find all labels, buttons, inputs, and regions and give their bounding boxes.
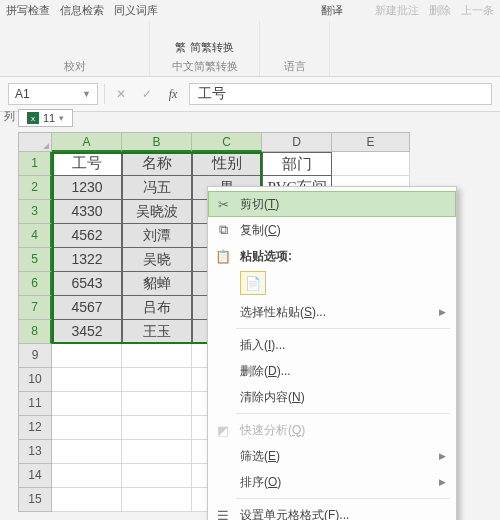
col-header[interactable]: A — [52, 132, 122, 152]
ribbon-group-proofing: 校对 — [64, 59, 86, 74]
cell[interactable] — [52, 488, 122, 512]
row-header[interactable]: 15 — [18, 488, 52, 512]
row-header[interactable]: 4 — [18, 224, 52, 248]
cell[interactable]: 工号 — [52, 152, 122, 176]
clipboard-icon: 📋 — [214, 249, 232, 264]
ctx-paste-special[interactable]: 选择性粘贴(S)...▶ — [208, 299, 456, 325]
menu-translate[interactable]: 翻译 — [321, 3, 343, 18]
row-header[interactable]: 11 — [18, 392, 52, 416]
row-header[interactable]: 3 — [18, 200, 52, 224]
chevron-right-icon: ▶ — [439, 307, 446, 317]
row-header[interactable]: 2 — [18, 176, 52, 200]
row-header[interactable]: 12 — [18, 416, 52, 440]
cell[interactable]: 刘潭 — [122, 224, 192, 248]
cell[interactable]: 吴晓波 — [122, 200, 192, 224]
cell[interactable]: 4562 — [52, 224, 122, 248]
row-header[interactable]: 1 — [18, 152, 52, 176]
cell[interactable]: 名称 — [122, 152, 192, 176]
context-menu: ✂剪切(T) ⧉复制(C) 📋粘贴选项: 📄 选择性粘贴(S)...▶ 插入(I… — [207, 186, 457, 520]
ctx-format-cells[interactable]: ☰设置单元格格式(F)... — [208, 502, 456, 520]
menu-prev-comment: 上一条 — [461, 3, 494, 18]
fx-icon[interactable]: fx — [163, 87, 183, 102]
excel-file-icon: x — [27, 112, 39, 124]
col-header[interactable]: B — [122, 132, 192, 152]
row-header[interactable]: 9 — [18, 344, 52, 368]
ctx-paste-label: 📋粘贴选项: — [208, 243, 456, 269]
ribbon-cn-convert[interactable]: 繁 简繁转换 — [175, 40, 233, 55]
chevron-right-icon: ▶ — [439, 451, 446, 461]
cell[interactable] — [332, 152, 410, 176]
row-header[interactable]: 7 — [18, 296, 52, 320]
cell[interactable] — [122, 440, 192, 464]
scissors-icon: ✂ — [214, 197, 232, 212]
cell[interactable] — [52, 344, 122, 368]
cell[interactable]: 貂蝉 — [122, 272, 192, 296]
ctx-clear[interactable]: 清除内容(N) — [208, 384, 456, 410]
cell[interactable] — [122, 464, 192, 488]
copy-icon: ⧉ — [214, 222, 232, 238]
cell[interactable]: 6543 — [52, 272, 122, 296]
cell[interactable] — [52, 368, 122, 392]
cell[interactable] — [52, 416, 122, 440]
name-box[interactable]: A1▼ — [8, 83, 98, 105]
chevron-right-icon: ▶ — [439, 477, 446, 487]
select-all-corner[interactable] — [18, 132, 52, 152]
ctx-sort[interactable]: 排序(O)▶ — [208, 469, 456, 495]
cell[interactable] — [52, 440, 122, 464]
paste-option-default[interactable]: 📄 — [240, 271, 266, 295]
cell[interactable]: 4567 — [52, 296, 122, 320]
cell[interactable]: 3452 — [52, 320, 122, 344]
cell[interactable] — [122, 416, 192, 440]
ribbon-group-language: 语言 — [284, 59, 306, 74]
cell[interactable] — [122, 344, 192, 368]
ribbon-group-cn: 中文简繁转换 — [172, 59, 238, 74]
row-header[interactable]: 13 — [18, 440, 52, 464]
analysis-icon: ◩ — [214, 423, 232, 438]
cancel-formula-icon: ✕ — [111, 87, 131, 102]
format-icon: ☰ — [214, 508, 232, 521]
ctx-delete[interactable]: 删除(D)... — [208, 358, 456, 384]
formula-bar[interactable]: 工号 — [189, 83, 492, 105]
menu-thesaurus[interactable]: 同义词库 — [114, 3, 158, 18]
cell[interactable] — [122, 488, 192, 512]
cell[interactable]: 1322 — [52, 248, 122, 272]
cell[interactable]: 王玉 — [122, 320, 192, 344]
menu-research[interactable]: 信息检索 — [60, 3, 104, 18]
chevron-down-icon[interactable]: ▼ — [82, 89, 91, 99]
cell[interactable]: 吴晓 — [122, 248, 192, 272]
workbook-tab[interactable]: x 11 ▾ — [18, 109, 73, 127]
col-header[interactable]: D — [262, 132, 332, 152]
cell[interactable]: 1230 — [52, 176, 122, 200]
cell[interactable] — [52, 464, 122, 488]
cell[interactable]: 部门 — [262, 152, 332, 176]
ctx-cut[interactable]: ✂剪切(T) — [208, 191, 456, 217]
accept-formula-icon: ✓ — [137, 87, 157, 102]
row-header[interactable]: 5 — [18, 248, 52, 272]
col-header[interactable]: E — [332, 132, 410, 152]
ctx-copy[interactable]: ⧉复制(C) — [208, 217, 456, 243]
row-header[interactable]: 10 — [18, 368, 52, 392]
ctx-filter[interactable]: 筛选(E)▶ — [208, 443, 456, 469]
chevron-down-icon[interactable]: ▾ — [59, 113, 64, 123]
menu-new-comment: 新建批注 — [375, 3, 419, 18]
cell[interactable]: 4330 — [52, 200, 122, 224]
cell[interactable] — [122, 392, 192, 416]
cell[interactable]: 冯五 — [122, 176, 192, 200]
menu-spellcheck[interactable]: 拼写检查 — [6, 3, 50, 18]
ctx-quick-analysis: ◩快速分析(Q) — [208, 417, 456, 443]
cell[interactable] — [122, 368, 192, 392]
menu-delete-comment: 删除 — [429, 3, 451, 18]
cell[interactable]: 性别 — [192, 152, 262, 176]
cell[interactable]: 吕布 — [122, 296, 192, 320]
ctx-insert[interactable]: 插入(I)... — [208, 332, 456, 358]
row-header[interactable]: 8 — [18, 320, 52, 344]
cell[interactable] — [52, 392, 122, 416]
row-header[interactable]: 14 — [18, 464, 52, 488]
row-header[interactable]: 6 — [18, 272, 52, 296]
col-header[interactable]: C — [192, 132, 262, 152]
